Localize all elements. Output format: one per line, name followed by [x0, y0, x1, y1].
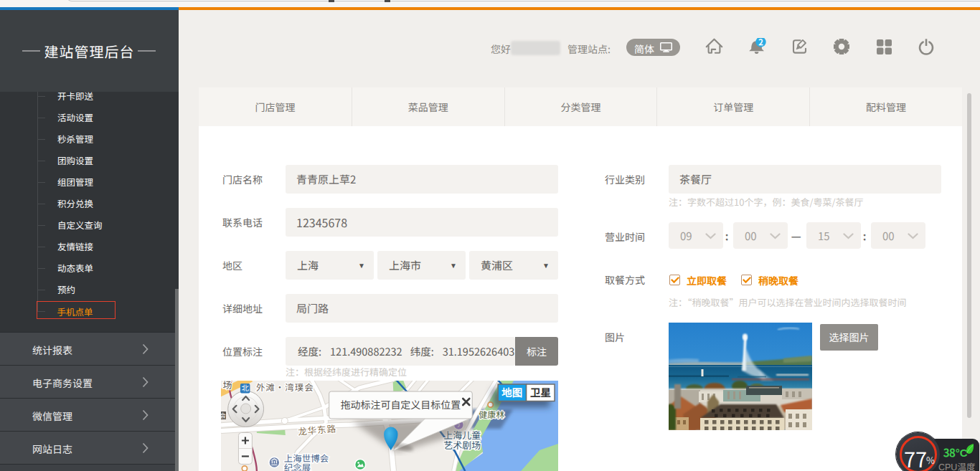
svg-text:纪念展: 纪念展 [284, 461, 311, 471]
svg-text:2: 2 [758, 38, 763, 47]
svg-text:会: 会 [221, 411, 226, 420]
svg-text:健康林: 健康林 [479, 408, 504, 420]
svg-text:艺术剧场: 艺术剧场 [443, 438, 481, 452]
svg-text:场: 场 [222, 381, 232, 391]
svg-text:北: 北 [241, 382, 249, 393]
svg-text:地图: 地图 [501, 384, 522, 399]
svg-text:外滩·湾璞会: 外滩·湾璞会 [256, 381, 314, 394]
svg-text:卫星: 卫星 [530, 384, 551, 399]
svg-text:拖动标注可自定义目标位置: 拖动标注可自定义目标位置 [341, 397, 461, 411]
